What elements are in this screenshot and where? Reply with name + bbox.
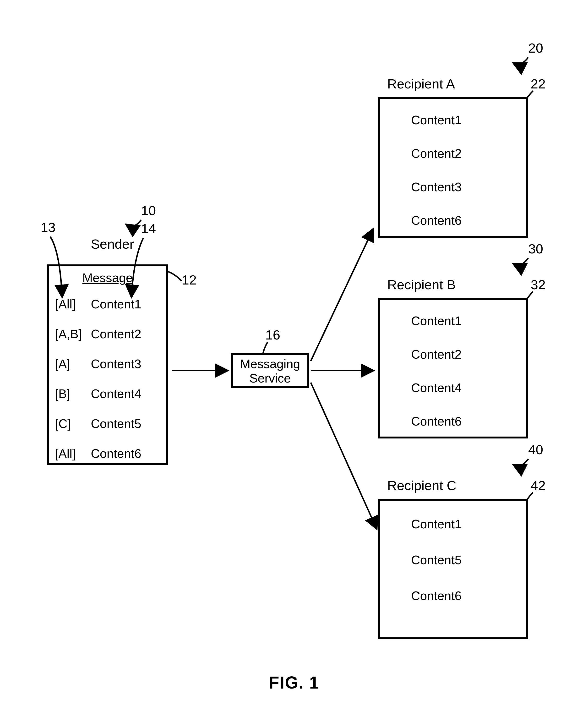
recipient-b-group: Recipient B Content1 Content2 Content4 C… xyxy=(379,241,545,437)
message-row: [A,B] Content2 xyxy=(55,327,141,341)
list-item: Content1 xyxy=(411,517,462,531)
list-item: Content6 xyxy=(411,213,462,227)
leader-22 xyxy=(527,91,533,98)
msg-tag: [A] xyxy=(55,357,70,371)
msg-tag: [All] xyxy=(55,297,76,311)
msg-content: Content2 xyxy=(91,327,141,341)
msg-content: Content4 xyxy=(91,387,141,401)
figure-label: FIG. 1 xyxy=(269,673,319,692)
ref-32: 32 xyxy=(531,277,545,292)
msg-content: Content5 xyxy=(91,417,141,431)
message-row: [All] Content6 xyxy=(55,446,141,461)
msg-tag: [B] xyxy=(55,387,70,401)
msg-tag: [C] xyxy=(55,417,71,431)
list-item: Content5 xyxy=(411,553,462,567)
ref-20: 20 xyxy=(528,40,543,55)
leader-20 xyxy=(514,57,528,64)
msg-content: Content1 xyxy=(91,297,141,311)
list-item: Content3 xyxy=(411,180,462,194)
list-item: Content4 xyxy=(411,381,462,395)
msg-tag: [A,B] xyxy=(55,327,82,341)
recipient-c-group: Recipient C Content1 Content5 Content6 4… xyxy=(379,442,545,638)
leader-32 xyxy=(527,292,533,299)
leader-10 xyxy=(127,220,141,226)
list-item: Content6 xyxy=(411,414,462,428)
sender-group: Sender Message [All] Content1 [A,B] Cont… xyxy=(41,203,196,464)
leader-42 xyxy=(527,493,533,500)
sender-title: Sender xyxy=(91,236,134,251)
list-item: Content1 xyxy=(411,113,462,127)
recipient-b-title: Recipient B xyxy=(387,277,456,292)
service-group: Messaging Service 16 xyxy=(232,327,308,387)
ref-14: 14 xyxy=(141,221,156,236)
msg-content: Content3 xyxy=(91,357,141,371)
arrow-service-to-c xyxy=(311,383,377,528)
arrow-service-to-a xyxy=(311,230,373,361)
msg-content: Content6 xyxy=(91,446,141,461)
service-line2: Service xyxy=(249,371,291,385)
leader-40 xyxy=(514,459,528,466)
message-row: [A] Content3 xyxy=(55,357,141,371)
leader-30 xyxy=(514,258,528,265)
msg-tag: [All] xyxy=(55,446,76,461)
ref-30: 30 xyxy=(528,241,543,256)
ref-12: 12 xyxy=(182,272,196,287)
list-item: Content1 xyxy=(411,314,462,328)
list-item: Content2 xyxy=(411,347,462,361)
leader-12 xyxy=(167,271,182,281)
message-row: [All] Content1 xyxy=(55,297,141,311)
ref-13: 13 xyxy=(41,220,55,235)
service-line1: Messaging xyxy=(240,357,300,371)
leader-16 xyxy=(263,342,268,354)
recipient-a-group: Recipient A Content1 Content2 Content3 C… xyxy=(379,40,545,237)
ref-42: 42 xyxy=(531,478,545,493)
ref-40: 40 xyxy=(528,442,543,457)
ref-10: 10 xyxy=(141,203,156,218)
message-header: Message xyxy=(82,271,133,285)
message-row: [B] Content4 xyxy=(55,387,141,401)
list-item: Content6 xyxy=(411,589,462,603)
list-item: Content2 xyxy=(411,147,462,160)
message-row: [C] Content5 xyxy=(55,417,141,431)
recipient-a-title: Recipient A xyxy=(387,76,455,91)
ref-16: 16 xyxy=(265,327,280,342)
recipient-c-title: Recipient C xyxy=(387,478,456,493)
ref-22: 22 xyxy=(531,76,545,91)
